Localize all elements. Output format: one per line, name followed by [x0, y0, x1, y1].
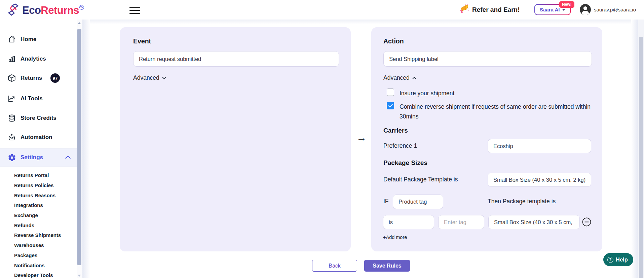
- chevron-up-icon: [65, 154, 71, 161]
- line-chart-icon: [7, 94, 16, 103]
- check-icon: [388, 104, 393, 108]
- minus-circle-icon: [582, 217, 591, 227]
- package-template-input[interactable]: [488, 215, 580, 229]
- sidebar-item-settings[interactable]: Settings: [0, 148, 77, 167]
- action-advanced-toggle[interactable]: Advanced: [383, 74, 416, 81]
- content-edge-shadow: [631, 20, 638, 278]
- save-rules-button[interactable]: Save Rules: [364, 260, 410, 272]
- logo-text: EcoReturnsTM: [22, 4, 84, 16]
- home-icon: [7, 35, 16, 44]
- sidebar-item-returns[interactable]: Returns 97: [0, 70, 77, 86]
- arrow-right-icon: →: [356, 132, 367, 143]
- sidebar-subitem-warehouses[interactable]: Warehouses: [0, 240, 77, 250]
- box-icon: [7, 74, 16, 82]
- back-button[interactable]: Back: [312, 260, 357, 272]
- sidebar: Home Analytics Returns 97 AI Tools: [0, 20, 77, 278]
- sidebar-scrollbar[interactable]: [77, 20, 82, 278]
- logo-icon: [6, 3, 20, 18]
- sidebar-scrollbar-thumb[interactable]: [77, 29, 81, 265]
- coins-icon: [7, 114, 16, 123]
- ecoreturns-app: EcoReturnsTM Refer and Earn! Saara AI: [0, 0, 644, 278]
- help-button[interactable]: ? Help: [603, 253, 633, 266]
- sidebar-subitem-notifications[interactable]: Notifications: [0, 260, 77, 270]
- event-advanced-toggle[interactable]: Advanced: [133, 74, 166, 81]
- returns-count-badge: 97: [50, 73, 60, 83]
- combine-shipment-checkbox[interactable]: [387, 102, 394, 109]
- preference-1-label: Preference 1: [383, 142, 417, 149]
- insure-shipment-label: Insure your shipment: [400, 89, 454, 98]
- tag-input[interactable]: [438, 215, 484, 229]
- sidebar-item-home[interactable]: Home: [0, 32, 77, 47]
- preference-1-input[interactable]: [488, 139, 591, 153]
- sidebar-item-ai-tools[interactable]: AI Tools: [0, 91, 77, 106]
- sidebar-item-analytics[interactable]: Analytics: [0, 51, 77, 67]
- chevron-down-icon: [162, 77, 166, 79]
- saara-ai-label: Saara AI: [540, 7, 560, 12]
- operator-input[interactable]: [383, 215, 434, 229]
- combine-shipment-row: Combine reverse shipment if requests of …: [387, 102, 593, 121]
- sidebar-subitem-returns-policies[interactable]: Returns Policies: [0, 180, 77, 190]
- action-input[interactable]: [383, 51, 592, 67]
- gear-icon: [7, 153, 16, 162]
- bar-chart-icon: [7, 55, 16, 63]
- top-header: EcoReturnsTM Refer and Earn! Saara AI: [0, 0, 644, 20]
- page-scrollbar[interactable]: [638, 20, 644, 278]
- robot-icon: [7, 133, 16, 142]
- help-label: Help: [616, 256, 628, 263]
- event-panel: Event Advanced: [120, 27, 351, 251]
- sidebar-item-store-credits[interactable]: Store Credits: [0, 110, 77, 126]
- header-shadow: [90, 20, 631, 24]
- chevron-up-icon: [412, 77, 416, 79]
- sidebar-item-automation[interactable]: Automation: [0, 130, 77, 145]
- hamburger-menu-icon[interactable]: [129, 7, 140, 16]
- user-email: saurav.p@saara.io: [594, 7, 636, 12]
- sidebar-subitem-returns-reasons[interactable]: Returns Reasons: [0, 190, 77, 200]
- then-package-template-label: Then Package template is: [488, 198, 556, 205]
- event-input[interactable]: [133, 51, 339, 67]
- settings-submenu: Returns Portal Returns Policies Returns …: [0, 170, 77, 278]
- sidebar-edge-shadow: [82, 20, 90, 278]
- refer-and-earn[interactable]: Refer and Earn!: [458, 0, 520, 20]
- new-badge: New!: [559, 1, 574, 8]
- sidebar-subitem-refunds[interactable]: Refunds: [0, 220, 77, 230]
- scroll-down-arrow[interactable]: [78, 275, 81, 277]
- package-sizes-title: Package Sizes: [383, 159, 427, 167]
- if-label: IF: [383, 198, 389, 205]
- insure-shipment-checkbox[interactable]: [387, 89, 394, 96]
- carriers-title: Carriers: [383, 127, 408, 134]
- add-more-link[interactable]: +Add more: [383, 235, 407, 240]
- tm-mark: TM: [79, 5, 84, 10]
- sidebar-subitem-integrations[interactable]: Integrations: [0, 200, 77, 210]
- page-scrollbar-thumb[interactable]: [639, 37, 643, 278]
- default-package-template-label: Default Package Template is: [383, 176, 458, 183]
- megaphone-icon: [458, 4, 469, 16]
- sidebar-subitem-packages[interactable]: Packages: [0, 250, 77, 260]
- combine-shipment-label: Combine reverse shipment if requests of …: [400, 102, 593, 121]
- chevron-down-icon: [562, 9, 565, 11]
- avatar[interactable]: [579, 4, 591, 15]
- event-panel-title: Event: [133, 37, 151, 45]
- sidebar-subitem-exchange[interactable]: Exchange: [0, 210, 77, 220]
- sidebar-subitem-developer-tools[interactable]: Developer Tools: [0, 270, 77, 278]
- insure-shipment-row: Insure your shipment: [387, 89, 454, 98]
- default-package-template-input[interactable]: [488, 173, 591, 187]
- action-panel: Action Advanced Insure your shipment Com…: [371, 27, 602, 251]
- divider: [0, 167, 77, 167]
- logo[interactable]: EcoReturnsTM: [6, 3, 84, 18]
- action-panel-title: Action: [383, 37, 404, 45]
- sidebar-subitem-returns-portal[interactable]: Returns Portal: [0, 170, 77, 180]
- remove-condition-button[interactable]: [582, 217, 591, 227]
- sidebar-subitem-reverse-shipments[interactable]: Reverse Shipments: [0, 230, 77, 240]
- scroll-up-arrow[interactable]: [78, 22, 81, 24]
- refer-and-earn-label: Refer and Earn!: [472, 6, 520, 13]
- question-mark-icon: ?: [607, 257, 613, 263]
- if-condition-input[interactable]: [393, 195, 443, 209]
